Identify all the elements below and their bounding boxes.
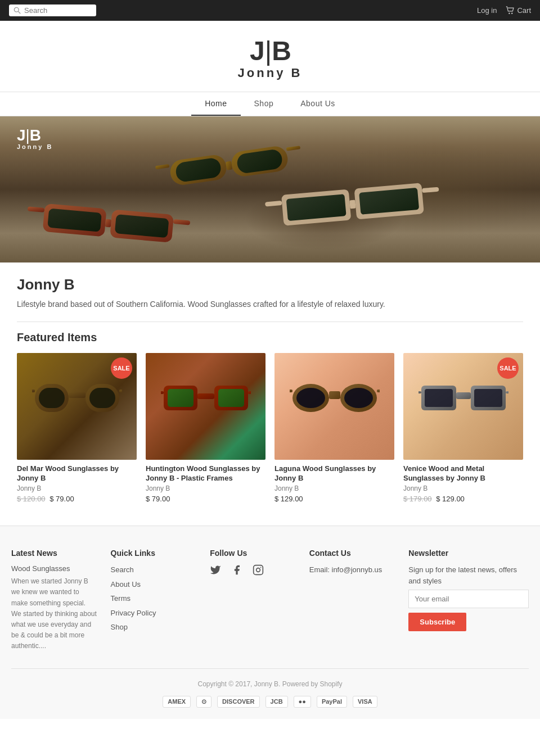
product-name: Huntington Wood Sunglasses by Jonny B - … [146,464,266,483]
svg-rect-10 [286,146,301,151]
footer-inner: Latest News Wood Sunglasses When we star… [11,549,529,651]
footer-follow-us: Follow Us [210,549,296,651]
top-bar: Log in Cart [0,0,540,21]
svg-rect-50 [456,392,471,399]
nav-home[interactable]: Home [191,92,240,116]
footer-link-search[interactable]: Search [111,564,197,576]
svg-rect-52 [506,391,508,393]
product-image-huntington [146,353,266,460]
svg-rect-8 [226,161,232,170]
product-glasses-img [161,353,251,451]
site-header: J|B Jonny B [0,21,540,92]
featured-section-title: Featured Items [17,322,523,344]
facebook-icon [231,564,242,576]
page-content: Jonny B Lifestyle brand based out of Sou… [6,276,534,503]
product-image-laguna [274,353,394,460]
contact-email: Email: info@jonnyb.us [309,564,395,576]
brand-description: Lifestyle brand based out of Southern Ca… [17,298,523,310]
payment-paypal: PayPal [317,696,347,708]
svg-point-0 [14,7,19,12]
newsletter-description: Sign up for the latest news, offers and … [408,564,529,586]
svg-rect-43 [329,391,340,399]
product-name: Del Mar Wood Sunglasses by Jonny B [17,464,137,483]
cart-icon [506,6,515,15]
logo[interactable]: J|B Jonny B [0,38,540,80]
product-glasses-img [32,353,122,451]
product-price: $ 129.00 [274,495,394,503]
twitter-link[interactable] [210,564,226,580]
cart-label: Cart [517,6,531,15]
product-card-laguna[interactable]: Laguna Wood Sunglasses by Jonny B Jonny … [274,353,394,503]
svg-rect-29 [69,392,86,398]
svg-line-1 [18,11,20,13]
news-item-text: When we started Jonny B we knew we wante… [11,576,97,651]
payment-diners: ⊙ [196,696,212,708]
main-nav: Home Shop About Us [0,92,540,116]
logo-name: Jonny B [0,66,540,80]
top-bar-right: Log in Cart [477,6,531,15]
svg-rect-42 [344,388,373,408]
svg-rect-16 [28,206,45,212]
svg-rect-44 [290,390,292,392]
social-icons [210,564,296,583]
svg-rect-49 [474,389,502,407]
product-card-venice[interactable]: SALE Venice Wo [403,353,523,503]
sale-badge: SALE [111,357,132,379]
payment-amex: AMEX [163,696,191,708]
hero-glasses-svg [0,116,484,262]
footer-link-terms[interactable]: Terms [111,593,197,604]
footer-link-privacy[interactable]: Privacy Policy [111,608,197,619]
svg-point-54 [256,568,260,572]
products-grid: SALE Del Mar W [17,353,523,503]
sale-badge: SALE [497,357,519,379]
svg-rect-51 [418,391,421,393]
product-price: $ 120.00 $ 79.00 [17,495,137,503]
search-input[interactable] [24,6,92,15]
footer-link-about[interactable]: About Us [111,579,197,590]
svg-rect-37 [161,391,164,394]
subscribe-button[interactable]: Subscribe [408,613,466,631]
facebook-link[interactable] [231,564,247,580]
svg-rect-30 [32,390,35,392]
payment-jcb: JCB [266,696,288,708]
svg-rect-15 [105,219,111,228]
nav-shop[interactable]: Shop [241,92,287,116]
svg-rect-31 [119,390,122,392]
product-brand: Jonny B [403,485,523,492]
product-card-huntington[interactable]: Huntington Wood Sunglasses by Jonny B - … [146,353,266,503]
footer-newsletter-title: Newsletter [408,549,529,558]
payment-discover: DISCOVER [217,696,259,708]
product-brand: Jonny B [17,485,137,492]
product-image-venice: SALE [403,353,523,460]
cart-link[interactable]: Cart [506,6,531,15]
svg-rect-22 [349,200,356,209]
nav-about-us[interactable]: About Us [287,92,349,116]
footer-latest-news: Latest News Wood Sunglasses When we star… [11,549,97,651]
instagram-icon [253,564,264,576]
svg-rect-24 [422,187,439,193]
svg-rect-26 [39,388,65,408]
newsletter-email-input[interactable] [408,590,529,608]
search-icon [14,7,21,15]
svg-rect-36 [197,393,214,399]
footer-newsletter: Newsletter Sign up for the latest news, … [408,549,529,651]
footer-quick-links: Quick Links Search About Us Terms Privac… [111,549,197,651]
search-form[interactable] [9,4,96,16]
payment-mastercard: ●● [294,696,311,708]
login-link[interactable]: Log in [477,6,497,15]
svg-rect-33 [168,389,194,407]
footer-news-title: Latest News [11,549,97,558]
product-card-del-mar[interactable]: SALE Del Mar W [17,353,137,503]
svg-rect-38 [248,391,251,394]
footer-contact: Contact Us Email: info@jonnyb.us [309,549,395,651]
footer-link-shop[interactable]: Shop [111,622,197,633]
svg-rect-35 [218,389,244,407]
svg-point-55 [260,567,262,568]
footer-contact-title: Contact Us [309,549,395,558]
logo-jb: J|B [0,38,540,65]
svg-rect-9 [155,164,170,169]
footer: Latest News Wood Sunglasses When we star… [0,526,540,719]
instagram-link[interactable] [253,564,268,580]
product-glasses-img [418,353,508,451]
product-price: $ 179.00 $ 129.00 [403,495,523,503]
